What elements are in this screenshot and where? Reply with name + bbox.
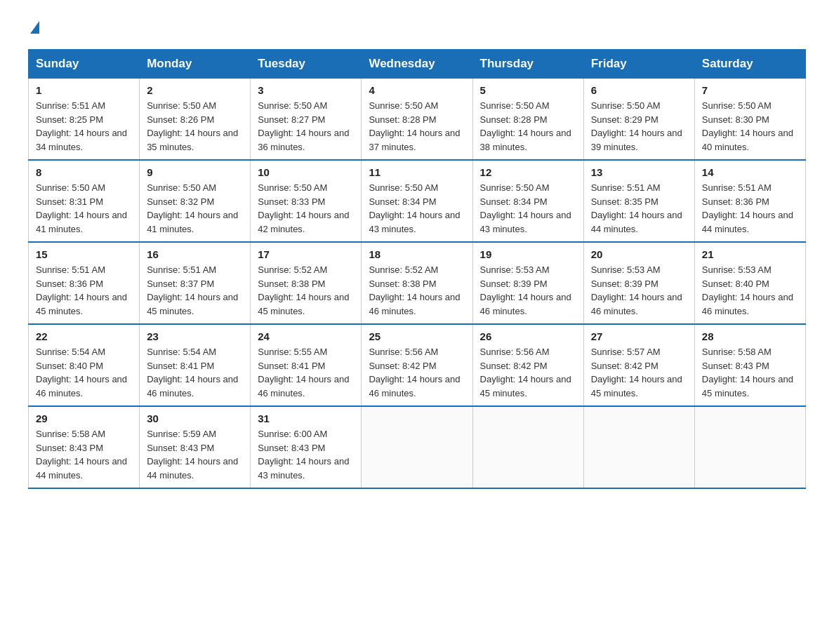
day-info: Sunrise: 5:53 AMSunset: 8:39 PMDaylight:…	[480, 263, 576, 318]
day-number: 3	[258, 84, 354, 96]
weekday-header-thursday: Thursday	[472, 50, 583, 79]
calendar-cell: 22Sunrise: 5:54 AMSunset: 8:40 PMDayligh…	[29, 324, 140, 406]
calendar-cell: 9Sunrise: 5:50 AMSunset: 8:32 PMDaylight…	[140, 160, 251, 242]
calendar-cell: 17Sunrise: 5:52 AMSunset: 8:38 PMDayligh…	[251, 242, 362, 324]
calendar-header: SundayMondayTuesdayWednesdayThursdayFrid…	[29, 50, 806, 79]
day-info: Sunrise: 5:50 AMSunset: 8:31 PMDaylight:…	[36, 181, 132, 236]
calendar-cell: 21Sunrise: 5:53 AMSunset: 8:40 PMDayligh…	[694, 242, 805, 324]
calendar-cell: 11Sunrise: 5:50 AMSunset: 8:34 PMDayligh…	[362, 160, 472, 242]
day-number: 6	[591, 84, 687, 96]
day-number: 2	[147, 84, 243, 96]
calendar-cell: 25Sunrise: 5:56 AMSunset: 8:42 PMDayligh…	[362, 324, 472, 406]
calendar-cell: 3Sunrise: 5:50 AMSunset: 8:27 PMDaylight…	[251, 79, 362, 161]
calendar-cell: 7Sunrise: 5:50 AMSunset: 8:30 PMDaylight…	[694, 79, 805, 161]
weekday-header-tuesday: Tuesday	[251, 50, 362, 79]
day-number: 15	[36, 248, 132, 260]
day-info: Sunrise: 5:50 AMSunset: 8:29 PMDaylight:…	[591, 99, 687, 154]
calendar-cell: 4Sunrise: 5:50 AMSunset: 8:28 PMDaylight…	[362, 79, 472, 161]
day-number: 12	[480, 166, 576, 178]
day-number: 19	[480, 248, 576, 260]
day-number: 28	[702, 330, 798, 342]
calendar-week-row: 15Sunrise: 5:51 AMSunset: 8:36 PMDayligh…	[29, 242, 806, 324]
day-info: Sunrise: 5:54 AMSunset: 8:41 PMDaylight:…	[147, 345, 243, 400]
calendar-cell: 15Sunrise: 5:51 AMSunset: 8:36 PMDayligh…	[29, 242, 140, 324]
day-number: 21	[702, 248, 798, 260]
day-info: Sunrise: 5:52 AMSunset: 8:38 PMDaylight:…	[258, 263, 354, 318]
weekday-header-row: SundayMondayTuesdayWednesdayThursdayFrid…	[29, 50, 806, 79]
calendar-cell: 10Sunrise: 5:50 AMSunset: 8:33 PMDayligh…	[251, 160, 362, 242]
day-number: 13	[591, 166, 687, 178]
day-info: Sunrise: 5:58 AMSunset: 8:43 PMDaylight:…	[702, 345, 798, 400]
logo	[28, 21, 39, 35]
day-number: 5	[480, 84, 576, 96]
day-info: Sunrise: 5:51 AMSunset: 8:25 PMDaylight:…	[36, 99, 132, 154]
day-info: Sunrise: 5:51 AMSunset: 8:37 PMDaylight:…	[147, 263, 243, 318]
day-info: Sunrise: 5:58 AMSunset: 8:43 PMDaylight:…	[36, 427, 132, 482]
day-number: 18	[369, 248, 465, 260]
calendar-table: SundayMondayTuesdayWednesdayThursdayFrid…	[28, 49, 806, 489]
day-info: Sunrise: 5:53 AMSunset: 8:39 PMDaylight:…	[591, 263, 687, 318]
day-info: Sunrise: 5:51 AMSunset: 8:35 PMDaylight:…	[591, 181, 687, 236]
calendar-cell: 14Sunrise: 5:51 AMSunset: 8:36 PMDayligh…	[694, 160, 805, 242]
weekday-header-sunday: Sunday	[29, 50, 140, 79]
calendar-week-row: 29Sunrise: 5:58 AMSunset: 8:43 PMDayligh…	[29, 406, 806, 488]
calendar-cell	[583, 406, 694, 488]
day-info: Sunrise: 5:50 AMSunset: 8:33 PMDaylight:…	[258, 181, 354, 236]
calendar-cell: 29Sunrise: 5:58 AMSunset: 8:43 PMDayligh…	[29, 406, 140, 488]
day-number: 11	[369, 166, 465, 178]
calendar-cell: 12Sunrise: 5:50 AMSunset: 8:34 PMDayligh…	[472, 160, 583, 242]
day-number: 16	[147, 248, 243, 260]
day-number: 22	[36, 330, 132, 342]
calendar-cell: 1Sunrise: 5:51 AMSunset: 8:25 PMDaylight…	[29, 79, 140, 161]
calendar-cell: 24Sunrise: 5:55 AMSunset: 8:41 PMDayligh…	[251, 324, 362, 406]
day-info: Sunrise: 5:56 AMSunset: 8:42 PMDaylight:…	[480, 345, 576, 400]
day-number: 14	[702, 166, 798, 178]
day-number: 7	[702, 84, 798, 96]
calendar-week-row: 1Sunrise: 5:51 AMSunset: 8:25 PMDaylight…	[29, 79, 806, 161]
calendar-cell	[362, 406, 472, 488]
day-info: Sunrise: 5:53 AMSunset: 8:40 PMDaylight:…	[702, 263, 798, 318]
logo-arrow-icon	[30, 21, 39, 34]
day-number: 20	[591, 248, 687, 260]
calendar-cell: 26Sunrise: 5:56 AMSunset: 8:42 PMDayligh…	[472, 324, 583, 406]
calendar-body: 1Sunrise: 5:51 AMSunset: 8:25 PMDaylight…	[29, 79, 806, 489]
day-info: Sunrise: 5:50 AMSunset: 8:34 PMDaylight:…	[369, 181, 465, 236]
day-info: Sunrise: 5:54 AMSunset: 8:40 PMDaylight:…	[36, 345, 132, 400]
day-info: Sunrise: 5:50 AMSunset: 8:28 PMDaylight:…	[369, 99, 465, 154]
day-number: 23	[147, 330, 243, 342]
calendar-cell: 2Sunrise: 5:50 AMSunset: 8:26 PMDaylight…	[140, 79, 251, 161]
calendar-cell: 8Sunrise: 5:50 AMSunset: 8:31 PMDaylight…	[29, 160, 140, 242]
calendar-cell	[472, 406, 583, 488]
day-info: Sunrise: 5:52 AMSunset: 8:38 PMDaylight:…	[369, 263, 465, 318]
day-number: 17	[258, 248, 354, 260]
calendar-cell: 6Sunrise: 5:50 AMSunset: 8:29 PMDaylight…	[583, 79, 694, 161]
day-info: Sunrise: 5:55 AMSunset: 8:41 PMDaylight:…	[258, 345, 354, 400]
day-number: 27	[591, 330, 687, 342]
day-info: Sunrise: 5:57 AMSunset: 8:42 PMDaylight:…	[591, 345, 687, 400]
day-info: Sunrise: 6:00 AMSunset: 8:43 PMDaylight:…	[258, 427, 354, 482]
day-info: Sunrise: 5:50 AMSunset: 8:30 PMDaylight:…	[702, 99, 798, 154]
day-number: 24	[258, 330, 354, 342]
weekday-header-wednesday: Wednesday	[362, 50, 472, 79]
day-number: 9	[147, 166, 243, 178]
day-info: Sunrise: 5:50 AMSunset: 8:32 PMDaylight:…	[147, 181, 243, 236]
calendar-cell: 30Sunrise: 5:59 AMSunset: 8:43 PMDayligh…	[140, 406, 251, 488]
weekday-header-monday: Monday	[140, 50, 251, 79]
day-number: 8	[36, 166, 132, 178]
day-number: 26	[480, 330, 576, 342]
calendar-cell: 28Sunrise: 5:58 AMSunset: 8:43 PMDayligh…	[694, 324, 805, 406]
day-number: 1	[36, 84, 132, 96]
day-info: Sunrise: 5:50 AMSunset: 8:27 PMDaylight:…	[258, 99, 354, 154]
day-number: 10	[258, 166, 354, 178]
day-info: Sunrise: 5:56 AMSunset: 8:42 PMDaylight:…	[369, 345, 465, 400]
weekday-header-saturday: Saturday	[694, 50, 805, 79]
calendar-week-row: 22Sunrise: 5:54 AMSunset: 8:40 PMDayligh…	[29, 324, 806, 406]
calendar-cell: 27Sunrise: 5:57 AMSunset: 8:42 PMDayligh…	[583, 324, 694, 406]
calendar-cell: 5Sunrise: 5:50 AMSunset: 8:28 PMDaylight…	[472, 79, 583, 161]
calendar-cell: 23Sunrise: 5:54 AMSunset: 8:41 PMDayligh…	[140, 324, 251, 406]
day-info: Sunrise: 5:59 AMSunset: 8:43 PMDaylight:…	[147, 427, 243, 482]
day-info: Sunrise: 5:51 AMSunset: 8:36 PMDaylight:…	[702, 181, 798, 236]
day-number: 4	[369, 84, 465, 96]
calendar-cell: 19Sunrise: 5:53 AMSunset: 8:39 PMDayligh…	[472, 242, 583, 324]
calendar-cell: 13Sunrise: 5:51 AMSunset: 8:35 PMDayligh…	[583, 160, 694, 242]
